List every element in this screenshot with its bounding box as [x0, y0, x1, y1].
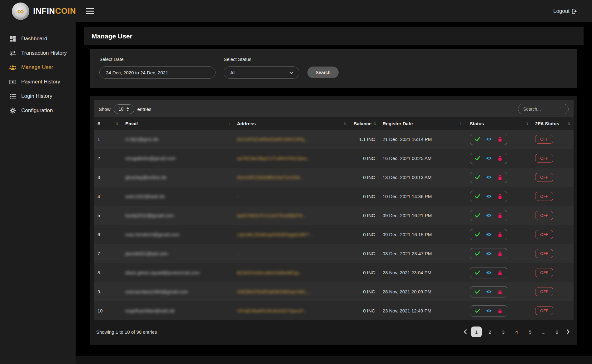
twofa-status-badge[interactable]: OFF: [535, 230, 553, 239]
twofa-status-badge[interactable]: OFF: [535, 306, 553, 315]
sidebar-item-dashboard[interactable]: Dashboard: [0, 32, 76, 46]
view-eye-icon[interactable]: [486, 270, 492, 275]
search-button[interactable]: Search: [307, 67, 339, 78]
view-eye-icon[interactable]: [486, 137, 492, 142]
register-date: 03 Dec, 2021 23:47 PM: [379, 244, 466, 263]
pagination-page-1[interactable]: 1: [471, 327, 482, 337]
column-header-email[interactable]: Email↑↓: [122, 117, 233, 130]
lock-icon[interactable]: [498, 213, 502, 218]
page-title: Manage User: [92, 32, 576, 40]
twofa-status-badge[interactable]: OFF: [535, 249, 553, 258]
pagination-page-4[interactable]: 4: [511, 327, 522, 337]
filter-card: Select Date Select Status All Search: [90, 49, 577, 88]
pagination-page-2[interactable]: 2: [485, 327, 495, 337]
logout-button[interactable]: Logout: [553, 8, 577, 14]
approve-check-icon[interactable]: [475, 175, 480, 180]
sort-icon[interactable]: ↑↓: [344, 121, 346, 126]
row-number: 10: [94, 301, 122, 320]
view-eye-icon[interactable]: [486, 156, 492, 161]
view-eye-icon[interactable]: [486, 175, 492, 180]
brand-logo[interactable]: ∞ INFINCOIN: [0, 2, 76, 20]
pagination-page-3[interactable]: 3: [498, 327, 509, 337]
column-header-balance[interactable]: Balance↑↓: [350, 117, 379, 130]
lock-icon[interactable]: [498, 308, 502, 313]
sort-icon[interactable]: ↑↓: [567, 121, 570, 126]
sidebar-item-payment-history[interactable]: Payment History: [0, 75, 76, 89]
table-search-input[interactable]: [518, 104, 569, 114]
approve-check-icon[interactable]: [475, 289, 480, 294]
lock-icon[interactable]: [498, 270, 502, 275]
approve-check-icon[interactable]: [475, 232, 480, 237]
column-header-status[interactable]: Status↑↓: [466, 117, 532, 130]
pagination-next-icon[interactable]: [565, 329, 571, 334]
sidebar-item-configuration[interactable]: Configuration: [0, 103, 76, 118]
view-eye-icon[interactable]: [486, 232, 492, 237]
column-header-register-date[interactable]: Register Date↑↓: [379, 117, 466, 130]
lock-icon[interactable]: [498, 232, 502, 237]
sort-icon[interactable]: ↑↓: [460, 121, 462, 126]
sidebar-item-label: Transaction History: [21, 50, 67, 56]
date-range-input[interactable]: [99, 66, 216, 79]
pagination-page-5[interactable]: 5: [525, 327, 535, 337]
twofa-status-badge[interactable]: OFF: [535, 287, 553, 296]
wallet-address: dmnn5FZXb30BhichaT2mZd4...: [237, 175, 304, 180]
sidebar-item-manage-user[interactable]: Manage User: [0, 60, 76, 75]
approve-check-icon[interactable]: [475, 270, 480, 275]
row-number: 9: [94, 282, 122, 301]
status-actions: [470, 248, 507, 259]
column-header-2fa-status[interactable]: 2FA Status↑↓: [531, 117, 574, 130]
user-email: lovely2010@gmail.com: [125, 213, 174, 218]
wallet-address: BZ3HXmtvbvuBsHnb8w9E0g...: [237, 270, 302, 275]
view-eye-icon[interactable]: [486, 213, 492, 218]
page-size-value: 10: [119, 107, 124, 112]
twofa-status-badge[interactable]: OFF: [535, 268, 553, 277]
lock-icon[interactable]: [498, 137, 502, 142]
sort-icon[interactable]: ↑↓: [227, 121, 230, 126]
table-row: 3ghutzlay@online.dedmnn5FZXb30BhichaT2mZ…: [94, 168, 574, 187]
twofa-status-badge[interactable]: OFF: [535, 154, 553, 163]
logout-icon: [571, 8, 577, 14]
lock-icon[interactable]: [498, 156, 502, 161]
twofa-status-badge[interactable]: OFF: [535, 135, 553, 144]
approve-check-icon[interactable]: [475, 137, 480, 142]
table-card: Show 10 entries #↑↓Email↑↓Address↑: [90, 96, 577, 345]
balance-value: 0 INC: [350, 263, 379, 282]
sidebar-item-label: Configuration: [21, 107, 53, 114]
status-select[interactable]: All: [224, 66, 299, 79]
sidebar-item-login-history[interactable]: Login History: [0, 89, 76, 103]
approve-check-icon[interactable]: [475, 156, 480, 161]
register-date: 09 Dec, 2021 16:21 PM: [379, 206, 466, 225]
lock-icon[interactable]: [498, 289, 502, 294]
pagination-page-9[interactable]: 9: [552, 327, 562, 337]
pagination: 12345...9: [462, 327, 571, 337]
approve-check-icon[interactable]: [475, 308, 480, 313]
approve-check-icon[interactable]: [475, 194, 480, 199]
twofa-status-badge[interactable]: OFF: [535, 173, 553, 182]
view-eye-icon[interactable]: [486, 308, 492, 313]
sort-icon[interactable]: ↑↓: [373, 121, 376, 126]
view-eye-icon[interactable]: [486, 289, 492, 294]
view-eye-icon[interactable]: [486, 251, 492, 256]
twofa-status-badge[interactable]: OFF: [535, 192, 553, 201]
column-header--[interactable]: #↑↓: [94, 117, 122, 130]
table-row: 6max.hendrich@gmail.comsJjUvBLZkA6nqxhGt…: [94, 225, 574, 244]
sort-icon[interactable]: ↑↓: [115, 121, 118, 126]
sidebar-item-transaction-history[interactable]: Transaction History: [0, 46, 76, 60]
table-row: 5lovely2010@gmail.comtqx6YNK5YF1rUx0Y9Ue…: [94, 206, 574, 225]
approve-check-icon[interactable]: [475, 251, 480, 256]
show-label: Show: [99, 107, 111, 112]
column-header-address[interactable]: Address↑↓: [233, 117, 350, 130]
lock-icon[interactable]: [498, 251, 502, 256]
lock-icon[interactable]: [498, 194, 502, 199]
user-email: m.lilyc@gmx.de: [125, 137, 158, 142]
row-number: 7: [94, 244, 122, 263]
sort-icon[interactable]: ↑↓: [525, 121, 528, 126]
menu-toggle-icon[interactable]: [84, 6, 96, 16]
pagination-prev-icon[interactable]: [462, 329, 468, 334]
twofa-status-badge[interactable]: OFF: [535, 211, 553, 220]
lock-icon[interactable]: [498, 175, 502, 180]
row-number: 8: [94, 263, 122, 282]
page-size-select[interactable]: 10: [114, 104, 134, 114]
view-eye-icon[interactable]: [486, 194, 492, 199]
approve-check-icon[interactable]: [475, 213, 480, 218]
